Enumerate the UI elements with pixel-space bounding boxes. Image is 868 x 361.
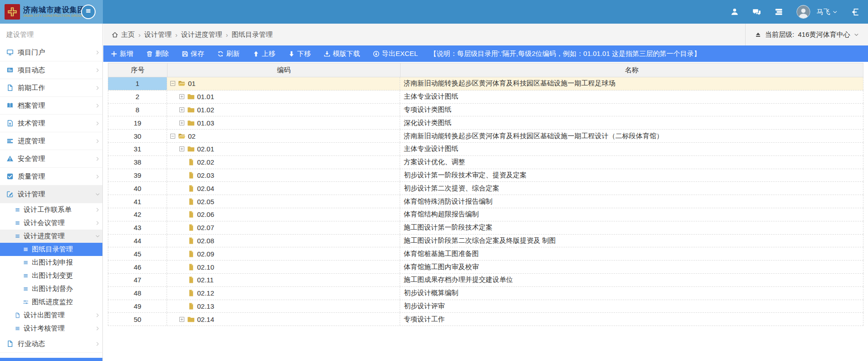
row-name-cell[interactable]: 专项设计工作 — [400, 313, 863, 326]
row-code-cell[interactable]: 02.07 — [167, 221, 400, 234]
sidebar-item-6[interactable]: 安全管理 — [0, 150, 102, 168]
sidebar-item-8-3[interactable]: 设计出图管理 — [0, 309, 102, 322]
table-row[interactable]: 3102.01主体专业设计图纸 — [108, 143, 863, 156]
table-row[interactable]: 201.01主体专业设计图纸 — [108, 90, 863, 104]
row-name-cell[interactable]: 方案设计优化、调整 — [400, 156, 863, 169]
table-row[interactable]: 4702.11施工图成果存档办理并提交建设单位 — [108, 274, 863, 287]
row-name-cell[interactable]: 体育馆结构超限报告编制 — [400, 208, 863, 221]
breadcrumb-item[interactable]: 设计管理 — [144, 30, 172, 39]
tasks-icon[interactable] — [775, 8, 783, 16]
row-name-cell[interactable]: 主体专业设计图纸 — [400, 90, 863, 103]
row-code-cell[interactable]: 02.02 — [167, 156, 400, 169]
toolbar-button-arrow-down[interactable]: 下移 — [288, 50, 311, 58]
sidebar-toggle-button[interactable] — [81, 5, 96, 19]
sidebar-item-4[interactable]: 技术管理 — [0, 115, 102, 132]
sidebar-item-9[interactable]: 行业动态 — [0, 335, 102, 353]
row-code-cell[interactable]: 01.02 — [167, 104, 400, 116]
sidebar-item-8-4[interactable]: 设计考核管理 — [0, 322, 102, 335]
toolbar-button-plus[interactable]: 新增 — [111, 50, 133, 58]
row-code-cell[interactable]: 02.13 — [167, 300, 400, 313]
sidebar-item-8-1[interactable]: 设计会议管理 — [0, 216, 102, 230]
row-name-cell[interactable]: 初步设计第二次提资、综合定案 — [400, 182, 863, 195]
table-row[interactable]: 4202.06体育馆结构超限报告编制 — [108, 208, 863, 221]
expand-icon[interactable] — [179, 120, 185, 126]
row-code-cell[interactable]: 02.14 — [167, 313, 400, 326]
table-row[interactable]: 4602.10体育馆施工图内审及校审 — [108, 261, 863, 274]
toolbar-button-arrow-up[interactable]: 上移 — [253, 50, 275, 58]
avatar[interactable] — [797, 5, 810, 19]
table-row[interactable]: 4502.09体育馆桩基施工图准备图 — [108, 247, 863, 261]
sidebar-item-2[interactable]: 前期工作 — [0, 79, 102, 97]
row-name-cell[interactable]: 济南新旧动能转换起步区黄河体育及科技园区基础设施一期工程设计（二标段体育馆） — [400, 130, 863, 142]
collapse-icon[interactable] — [170, 133, 176, 139]
row-name-cell[interactable]: 体育馆特殊消防设计报告编制 — [400, 195, 863, 208]
expand-icon[interactable] — [179, 146, 185, 152]
row-code-cell[interactable]: 02.12 — [167, 287, 400, 300]
column-header-0[interactable]: 序号 — [108, 63, 168, 77]
row-name-cell[interactable]: 深化设计类图纸 — [400, 116, 863, 129]
row-code-cell[interactable]: 02.01 — [167, 143, 400, 155]
table-row[interactable]: 4802.12初步设计概算编制 — [108, 287, 863, 300]
collapse-icon[interactable] — [170, 80, 176, 86]
table-row[interactable]: 101济南新旧动能转换起步区黄河体育及科技园区基础设施一期工程足球场 — [108, 77, 863, 90]
toolbar-button-save[interactable]: 保存 — [182, 50, 204, 58]
row-name-cell[interactable]: 施工图设计第一阶段技术定案 — [400, 221, 863, 234]
expand-icon[interactable] — [179, 94, 185, 100]
row-name-cell[interactable]: 主体专业设计图纸 — [400, 143, 863, 155]
row-name-cell[interactable]: 专项设计类图纸 — [400, 104, 863, 116]
row-code-cell[interactable]: 02.06 — [167, 208, 400, 221]
sidebar-item-5[interactable]: 进度管理 — [0, 132, 102, 150]
row-name-cell[interactable]: 济南新旧动能转换起步区黄河体育及科技园区基础设施一期工程足球场 — [400, 77, 863, 90]
breadcrumb-item[interactable]: 设计进度管理 — [181, 30, 222, 39]
table-row[interactable]: 4002.04初步设计第二次提资、综合定案 — [108, 182, 863, 195]
current-level-selector[interactable]: 当前层级: 416黄河体育中心 — [745, 24, 868, 45]
breadcrumb-item[interactable]: 图纸目录管理 — [232, 30, 273, 39]
sidebar-item-8-2-0[interactable]: 图纸目录管理 — [0, 243, 102, 256]
row-name-cell[interactable]: 初步设计第一阶段技术审定、提资及定案 — [400, 169, 863, 182]
logout-icon[interactable] — [851, 8, 860, 16]
row-code-cell[interactable]: 02.05 — [167, 195, 400, 208]
table-row[interactable]: 4402.08施工图设计阶段第二次综合定案及终版提资及 制图 — [108, 235, 863, 248]
row-name-cell[interactable]: 施工图成果存档办理并提交建设单位 — [400, 274, 863, 286]
sidebar-item-1[interactable]: 项目动态 — [0, 61, 102, 79]
row-code-cell[interactable]: 02.04 — [167, 182, 400, 195]
sidebar-item-0[interactable]: 项目门户 — [0, 44, 102, 61]
row-code-cell[interactable]: 02.11 — [167, 274, 400, 286]
row-code-cell[interactable]: 01 — [167, 77, 400, 90]
toolbar-button-download[interactable]: 模版下载 — [324, 50, 360, 58]
row-code-cell[interactable]: 02.10 — [167, 261, 400, 273]
sidebar-item-8-2-3[interactable]: 出图计划督办 — [0, 282, 102, 296]
table-row[interactable]: 4302.07施工图设计第一阶段技术定案 — [108, 221, 863, 235]
row-name-cell[interactable]: 体育馆施工图内审及校审 — [400, 261, 863, 273]
sidebar-item-3[interactable]: 档案管理 — [0, 97, 102, 115]
toolbar-button-export[interactable]: 导出EXCEL — [373, 50, 418, 58]
user-icon[interactable] — [731, 8, 739, 16]
sidebar-item-8-0[interactable]: 设计工作联系单 — [0, 203, 102, 216]
expand-icon[interactable] — [179, 107, 185, 113]
row-code-cell[interactable]: 02.09 — [167, 247, 400, 260]
column-header-1[interactable]: 编码 — [168, 63, 401, 77]
table-row[interactable]: 4102.05体育馆特殊消防设计报告编制 — [108, 195, 863, 208]
sidebar-item-7[interactable]: 质量管理 — [0, 168, 102, 186]
row-code-cell[interactable]: 01.03 — [167, 116, 400, 129]
sidebar-item-8-2[interactable]: 设计进度管理 — [0, 230, 102, 243]
row-code-cell[interactable]: 02.03 — [167, 169, 400, 182]
toolbar-button-trash[interactable]: 删除 — [146, 50, 169, 58]
user-menu[interactable]: 马飞 — [817, 8, 838, 16]
row-name-cell[interactable]: 体育馆桩基施工图准备图 — [400, 247, 863, 260]
row-name-cell[interactable]: 初步设计概算编制 — [400, 287, 863, 300]
toolbar-button-refresh[interactable]: 刷新 — [217, 50, 240, 58]
sidebar-item-8-2-1[interactable]: 出图计划申报 — [0, 256, 102, 269]
table-row[interactable]: 4902.13初步设计评审 — [108, 300, 863, 313]
chat-icon[interactable] — [752, 8, 761, 16]
column-header-2[interactable]: 名称 — [401, 63, 863, 77]
row-code-cell[interactable]: 02 — [167, 130, 400, 142]
table-row[interactable]: 1901.03深化设计类图纸 — [108, 116, 863, 130]
expand-icon[interactable] — [179, 316, 185, 322]
sidebar-item-8[interactable]: 设计管理 — [0, 186, 102, 203]
breadcrumb-item[interactable]: 主页 — [121, 30, 135, 39]
table-row[interactable]: 3902.03初步设计第一阶段技术审定、提资及定案 — [108, 169, 863, 182]
table-row[interactable]: 801.02专项设计类图纸 — [108, 104, 863, 117]
row-name-cell[interactable]: 施工图设计阶段第二次综合定案及终版提资及 制图 — [400, 235, 863, 247]
table-row[interactable]: 5002.14专项设计工作 — [108, 313, 863, 326]
